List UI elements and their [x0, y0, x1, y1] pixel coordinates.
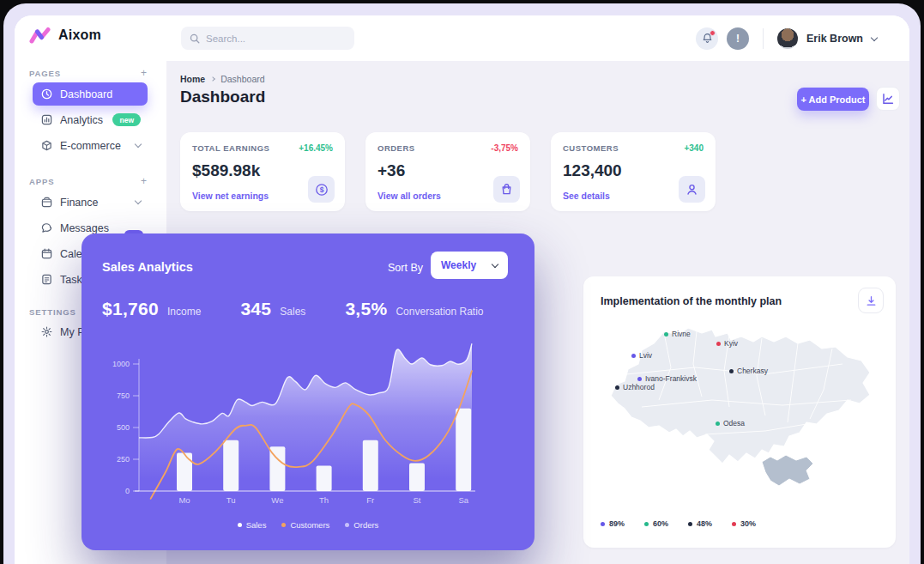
svg-text:750: 750 [117, 391, 130, 400]
svg-text:Fr: Fr [366, 495, 374, 505]
chart-view-button[interactable] [876, 87, 900, 111]
new-badge: new [112, 113, 141, 126]
svg-text:We: We [271, 495, 283, 505]
search-input[interactable] [206, 33, 335, 44]
sales-legend: SalesCustomersOrders [82, 520, 534, 530]
breadcrumb-current: Dashboard [220, 74, 264, 84]
svg-text:$: $ [319, 185, 323, 194]
map-legend-item: 60% [644, 519, 668, 528]
brand-logo: Aixom [29, 27, 101, 44]
svg-text:Th: Th [319, 495, 329, 505]
line-chart-icon [882, 93, 894, 105]
clock-icon [41, 88, 52, 100]
bag-icon [493, 176, 520, 203]
download-icon [866, 295, 877, 306]
modal-sort-by-label: Sort By [388, 262, 423, 274]
sidebar-item-analytics[interactable]: Analytics new [33, 108, 148, 131]
add-app-icon[interactable]: + [141, 175, 148, 187]
chat-icon [41, 222, 52, 233]
map-legend-item: 30% [732, 519, 756, 528]
search-icon [190, 33, 200, 44]
monthly-plan-title: Implementation of the monthly plan [601, 295, 782, 307]
map-city-marker: Lviv [631, 351, 652, 360]
income-value: $1,760 [102, 299, 159, 319]
sales-stats-row: $1,760 Income 345 Sales 3,5% Conversatio… [102, 299, 484, 319]
ukraine-map: RivneKyivLvivCherkasyIvano-FrankivskUzhh… [594, 314, 885, 503]
map-legend-item: 89% [601, 519, 625, 528]
topbar-divider [763, 28, 764, 49]
map-city-marker: Kyiv [716, 339, 738, 348]
delta-badge: -3,75% [491, 143, 518, 153]
section-pages: PAGES + [29, 67, 148, 79]
svg-text:Tu: Tu [226, 495, 236, 505]
breadcrumb: Home Dashboard [180, 74, 265, 84]
chart-layers: 10007505002500MoTuWeThFrStSa [112, 343, 475, 505]
crimea-region [762, 455, 813, 486]
stat-card-orders: ORDERS -3,75% +36 View all orders [365, 132, 530, 211]
svg-text:Mo: Mo [178, 495, 190, 505]
search-bar[interactable] [181, 27, 354, 50]
sidebar-item-finance[interactable]: Finance [33, 191, 148, 214]
wallet-icon [41, 197, 52, 208]
svg-text:Sa: Sa [458, 495, 468, 505]
legend-item: Sales [238, 520, 267, 530]
sales-chart: 10007505002500MoTuWeThFrStSa [92, 342, 521, 513]
conversion-label: Conversation Ratio [396, 306, 483, 318]
map-city-marker: Uzhhorod [615, 383, 655, 391]
gear-icon [41, 326, 52, 337]
add-page-icon[interactable]: + [141, 67, 148, 79]
svg-text:1000: 1000 [112, 360, 130, 368]
map-legend: 89%60%48%30% [601, 519, 756, 528]
map-legend-item: 48% [688, 519, 712, 528]
see-details-link[interactable]: See details [563, 191, 610, 201]
sidebar-item-ecommerce[interactable]: E-commerce [33, 134, 148, 157]
download-button[interactable] [858, 288, 884, 313]
sidebar-item-dashboard[interactable]: Dashboard [33, 82, 148, 106]
map-city-marker: Odesa [716, 419, 745, 428]
weekly-sort-select[interactable]: Weekly [431, 252, 508, 279]
profile-chevron-icon[interactable] [871, 33, 878, 40]
app-window: Aixom PAGES + Dashboard Analytics new E-… [15, 15, 909, 564]
svg-text:0: 0 [125, 487, 130, 495]
map-city-marker: Ivano-Frankivsk [637, 374, 697, 383]
alerts-button[interactable]: ! [727, 27, 749, 50]
breadcrumb-separator-icon [210, 76, 215, 82]
topbar-right: ! Erik Brown [696, 27, 877, 50]
delta-badge: +340 [684, 143, 704, 153]
conversion-value: 3,5% [345, 299, 387, 319]
map-city-marker: Cherkasy [729, 367, 768, 375]
section-apps: APPS + [29, 175, 148, 187]
calendar-icon [41, 248, 52, 259]
legend-item: Customers [281, 520, 329, 530]
chevron-down-icon [135, 197, 142, 204]
svg-text:250: 250 [117, 455, 130, 464]
sales-analytics-modal: Sales Analytics Sort By Weekly $1,760 In… [82, 233, 534, 550]
map-city-marker: Rivne [664, 330, 691, 338]
avatar[interactable] [777, 28, 798, 49]
user-name: Erik Brown [806, 33, 863, 45]
chevron-down-icon [135, 141, 142, 148]
package-icon [41, 140, 52, 151]
breadcrumb-home[interactable]: Home [180, 74, 205, 84]
view-all-orders-link[interactable]: View all orders [377, 191, 441, 201]
ukraine-map-shape [594, 314, 885, 503]
notification-dot [710, 30, 716, 36]
sales-value: 345 [240, 299, 271, 319]
add-product-button[interactable]: + Add Product [797, 88, 869, 111]
topbar: ! Erik Brown [166, 15, 909, 61]
dollar-icon: $ [308, 176, 335, 203]
svg-text:500: 500 [117, 423, 130, 432]
monthly-plan-card: Implementation of the monthly plan [583, 276, 896, 548]
view-net-earnings-link[interactable]: View net earnings [192, 191, 269, 201]
chevron-down-icon [492, 261, 498, 268]
income-label: Income [167, 306, 201, 318]
notifications-button[interactable] [696, 27, 718, 50]
user-icon [679, 176, 705, 203]
page-title: Dashboard [180, 88, 265, 106]
stat-card-customers: CUSTOMERS +340 123,400 See details [551, 132, 716, 211]
legend-item: Orders [345, 520, 378, 530]
logo-mark-icon [29, 27, 51, 44]
analytics-icon [41, 114, 52, 125]
window-frame: Aixom PAGES + Dashboard Analytics new E-… [3, 3, 921, 564]
svg-text:St: St [414, 495, 421, 505]
